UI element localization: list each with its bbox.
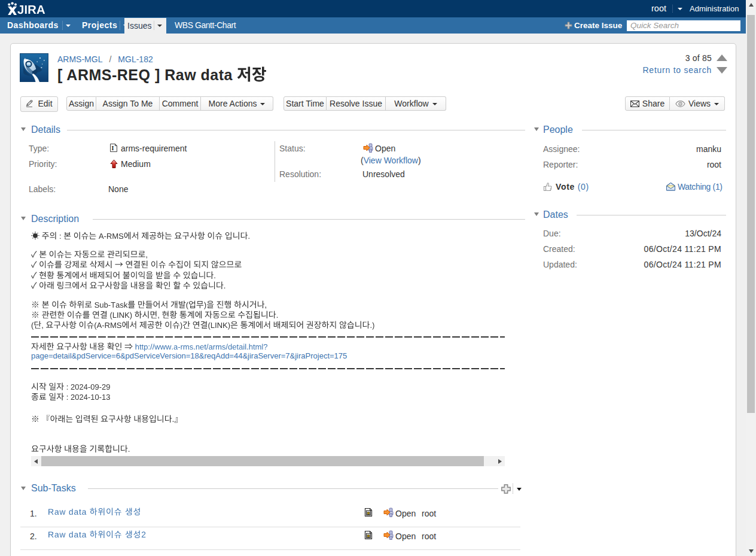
svg-text:I: I xyxy=(112,145,114,151)
